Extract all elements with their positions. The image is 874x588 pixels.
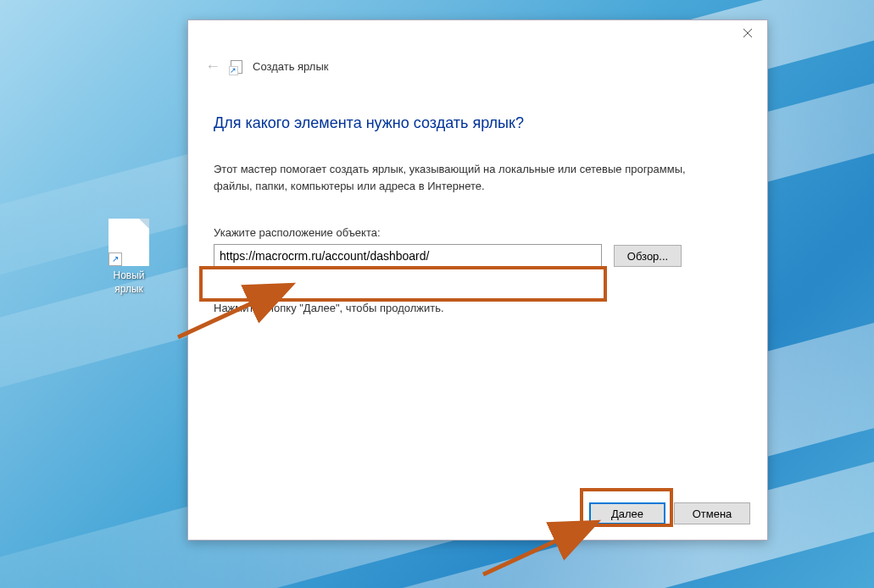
wizard-title: Создать ярлык — [253, 60, 328, 73]
page-heading: Для какого элемента нужно создать ярлык? — [214, 114, 742, 132]
close-button[interactable] — [728, 20, 767, 46]
location-input[interactable] — [214, 244, 602, 268]
back-arrow-icon: ← — [205, 58, 220, 75]
description-text: Этот мастер помогает создать ярлык, указ… — [214, 161, 688, 194]
shortcut-arrow-icon: ↗ — [109, 252, 122, 266]
desktop-shortcut-icon[interactable]: ↗ Новый ярлык — [102, 219, 156, 296]
browse-button[interactable]: Обзор... — [614, 245, 682, 267]
wizard-header: ← Создать ярлык — [188, 53, 767, 80]
file-icon: ↗ — [109, 219, 149, 266]
location-label: Укажите расположение объекта: — [214, 226, 742, 239]
create-shortcut-dialog: ← Создать ярлык Для какого элемента нужн… — [187, 19, 768, 541]
desktop-icon-label: Новый ярлык — [102, 269, 156, 296]
shortcut-mini-icon — [231, 60, 242, 74]
titlebar — [188, 20, 767, 53]
cancel-button[interactable]: Отмена — [674, 502, 750, 524]
close-icon — [743, 28, 753, 38]
continue-hint: Нажмите кнопку "Далее", чтобы продолжить… — [214, 302, 742, 314]
next-button[interactable]: Далее — [589, 502, 665, 524]
